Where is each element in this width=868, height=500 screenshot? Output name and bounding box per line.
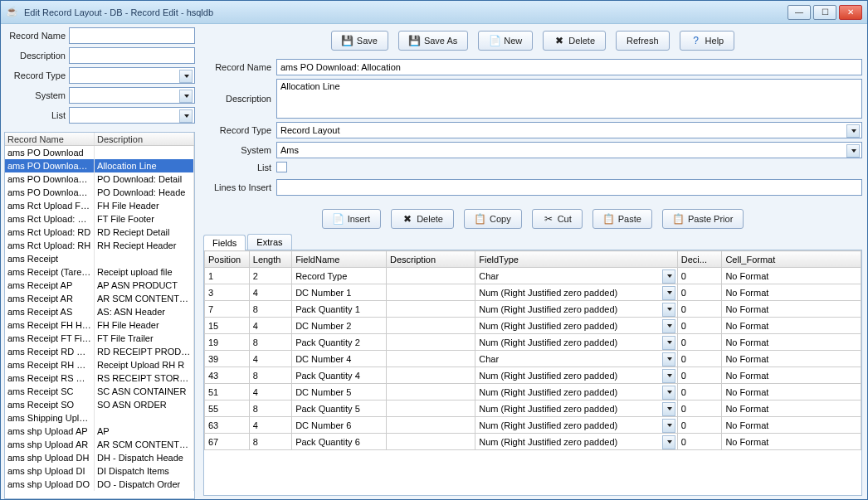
record-list-row[interactable]: ams shp Upload DODO - Dispatch Order — [5, 478, 194, 491]
grid-row[interactable]: 558Pack Quantity 5Num (Right Justified z… — [205, 400, 861, 417]
record-list-row[interactable]: ams PO Download — [5, 146, 194, 159]
record-list-row[interactable]: ams Receipt ASAS: ASN Header — [5, 305, 194, 318]
cell-length[interactable]: 8 — [249, 367, 291, 384]
record-list-col-desc[interactable]: Description — [95, 133, 194, 145]
cell-decimal[interactable]: 0 — [677, 417, 722, 434]
cell-description[interactable] — [387, 400, 475, 417]
cell-length[interactable]: 8 — [249, 334, 291, 351]
cut-button[interactable]: ✂Cut — [532, 209, 583, 229]
grid-row[interactable]: 438Pack Quantity 4Num (Right Justified z… — [205, 367, 861, 384]
record-list-row[interactable]: ams Receipt SOSO ASN ORDER — [5, 398, 194, 411]
record-list-row[interactable]: ams PO Download: …PO Download: Detail — [5, 172, 194, 186]
cell-length[interactable]: 8 — [249, 400, 291, 417]
description-textarea[interactable]: Allocation Line — [276, 79, 862, 119]
record-list-row[interactable]: ams Receipt APAP ASN PRODUCT — [5, 279, 194, 292]
cell-length[interactable]: 4 — [249, 284, 291, 301]
cell-decimal[interactable]: 0 — [677, 268, 722, 284]
lines-to-insert-input[interactable] — [276, 179, 862, 196]
cell-fieldtype[interactable]: Num (Right Justified zero padded) — [475, 434, 678, 450]
cell-decimal[interactable]: 0 — [677, 334, 722, 351]
cell-fieldname[interactable]: DC Number 1 — [292, 284, 387, 301]
record-list-row[interactable]: ams Receipt SCSC ASN CONTAINER — [5, 385, 194, 398]
cell-fieldtype[interactable]: Num (Right Justified zero padded) — [475, 301, 678, 318]
record-list-row[interactable]: ams Receipt FH He…FH File Header — [5, 318, 194, 332]
cell-fieldtype[interactable]: Num (Right Justified zero padded) — [475, 384, 678, 400]
cell-position[interactable]: 1 — [205, 268, 250, 284]
record-list-row[interactable]: ams shp Upload APAP — [5, 425, 194, 438]
cell-length[interactable]: 8 — [249, 301, 291, 318]
cell-length[interactable]: 8 — [249, 434, 291, 450]
paste-prior-button[interactable]: 📋Paste Prior — [662, 209, 744, 229]
cell-cellformat[interactable]: No Format — [722, 367, 861, 384]
cell-position[interactable]: 43 — [205, 367, 250, 384]
cell-length[interactable]: 4 — [249, 318, 291, 334]
cell-fieldtype[interactable]: Num (Right Justified zero padded) — [475, 367, 678, 384]
cell-fieldtype[interactable]: Num (Right Justified zero padded) — [475, 334, 678, 351]
cell-length[interactable]: 4 — [249, 351, 291, 367]
grid-row[interactable]: 514DC Number 5Num (Right Justified zero … — [205, 384, 861, 400]
cell-decimal[interactable]: 0 — [677, 301, 722, 318]
grid-row[interactable]: 34DC Number 1Num (Right Justified zero p… — [205, 284, 861, 301]
cell-length[interactable]: 2 — [249, 268, 291, 284]
cell-description[interactable] — [387, 301, 475, 318]
cell-position[interactable]: 67 — [205, 434, 250, 450]
record-list-row[interactable]: ams shp Upload ARAR SCM CONTENTS C — [5, 438, 194, 451]
record-list-row[interactable]: ams Receipt FT File …FT File Trailer — [5, 332, 194, 345]
record-list-row[interactable]: ams Receipt RS Rec…RS RECEIPT STORE A — [5, 371, 194, 385]
cell-decimal[interactable]: 0 — [677, 434, 722, 450]
cell-decimal[interactable]: 0 — [677, 367, 722, 384]
cell-description[interactable] — [387, 384, 475, 400]
cell-cellformat[interactable]: No Format — [722, 301, 861, 318]
col-length[interactable]: Length — [249, 251, 291, 268]
cell-fieldtype[interactable]: Char — [475, 351, 678, 367]
cell-fieldname[interactable]: Record Type — [292, 268, 387, 284]
new-button[interactable]: 📄New — [478, 31, 533, 51]
insert-button[interactable]: 📄Insert — [322, 209, 382, 229]
filter-description-input[interactable] — [69, 47, 195, 64]
record-list-row[interactable]: ams Receipt RH Re…Receipt Upload RH R — [5, 358, 194, 371]
cell-position[interactable]: 39 — [205, 351, 250, 367]
cell-position[interactable]: 7 — [205, 301, 250, 318]
cell-fieldname[interactable]: Pack Quantity 6 — [292, 434, 387, 450]
record-list-row[interactable]: ams shp Upload DHDH - Dispatch Heade — [5, 451, 194, 464]
grid-row[interactable]: 154DC Number 2Num (Right Justified zero … — [205, 318, 861, 334]
record-list-row[interactable]: ams Receipt RD Re…RD RECEIPT PRODUC — [5, 345, 194, 358]
cell-position[interactable]: 55 — [205, 400, 250, 417]
cell-description[interactable] — [387, 351, 475, 367]
cell-fieldtype[interactable]: Num (Right Justified zero padded) — [475, 417, 678, 434]
filter-system-combo[interactable] — [69, 87, 195, 104]
record-list-row[interactable]: ams Shipping Upload — [5, 411, 194, 425]
col-fieldname[interactable]: FieldName — [292, 251, 387, 268]
record-name-input[interactable]: ams PO Download: Allocation — [276, 59, 862, 75]
save-as-button[interactable]: 💾Save As — [398, 31, 468, 51]
cell-position[interactable]: 3 — [205, 284, 250, 301]
cell-description[interactable] — [387, 284, 475, 301]
grid-row[interactable]: 78Pack Quantity 1Num (Right Justified ze… — [205, 301, 861, 318]
grid-row[interactable]: 394DC Number 4Char0No Format — [205, 351, 861, 367]
close-button[interactable]: ✕ — [839, 5, 862, 20]
tab-fields[interactable]: Fields — [203, 235, 246, 250]
filter-list-combo[interactable] — [69, 107, 195, 124]
record-list-row[interactable]: ams Receipt (Taret …Receipt upload file — [5, 265, 194, 279]
record-list-row[interactable]: ams Rct Upload: FT…FT File Footer — [5, 212, 194, 226]
record-list-row[interactable]: ams Rct Upload FH …FH File Header — [5, 199, 194, 212]
grid-row[interactable]: 634DC Number 6Num (Right Justified zero … — [205, 417, 861, 434]
cell-position[interactable]: 51 — [205, 384, 250, 400]
list-checkbox[interactable] — [276, 162, 287, 172]
filter-record-name-input[interactable] — [69, 27, 195, 44]
cell-cellformat[interactable]: No Format — [722, 284, 861, 301]
system-combo[interactable]: Ams — [276, 142, 862, 158]
cell-fieldname[interactable]: DC Number 4 — [292, 351, 387, 367]
cell-position[interactable]: 63 — [205, 417, 250, 434]
cell-decimal[interactable]: 0 — [677, 351, 722, 367]
delete-button[interactable]: ✖Delete — [543, 31, 606, 51]
cell-cellformat[interactable]: No Format — [722, 334, 861, 351]
grid-row[interactable]: 678Pack Quantity 6Num (Right Justified z… — [205, 434, 861, 450]
grid-row[interactable]: 198Pack Quantity 2Num (Right Justified z… — [205, 334, 861, 351]
grid-delete-button[interactable]: ✖Delete — [391, 209, 454, 229]
cell-description[interactable] — [387, 318, 475, 334]
save-button[interactable]: 💾Save — [331, 31, 388, 51]
cell-cellformat[interactable]: No Format — [722, 384, 861, 400]
cell-fieldname[interactable]: Pack Quantity 2 — [292, 334, 387, 351]
cell-position[interactable]: 19 — [205, 334, 250, 351]
